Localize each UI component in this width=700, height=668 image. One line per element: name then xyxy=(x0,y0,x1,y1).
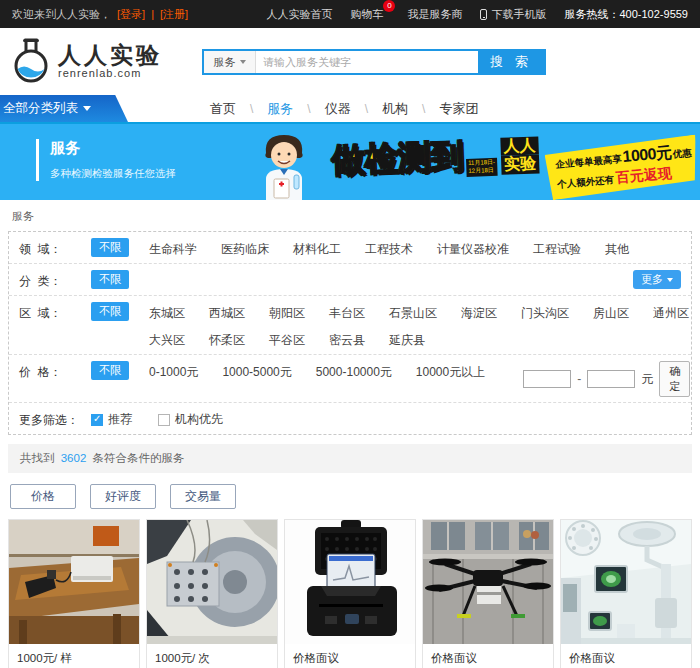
app-download-label: 下载手机版 xyxy=(491,7,546,22)
product-price: 价格面议 xyxy=(431,651,545,666)
nav-item-services[interactable]: 服务 xyxy=(253,100,307,118)
promo-dates: 11月18日- 12月18日 xyxy=(466,158,498,177)
promo-date-line2: 12月18日 xyxy=(468,167,495,176)
results-count: 3602 xyxy=(58,452,90,464)
filter-option-region[interactable]: 通州区 xyxy=(653,302,689,322)
product-image-emc-test-bench xyxy=(9,520,139,644)
product-price: 1000元/ 次 xyxy=(155,651,269,666)
product-price: 1000元/ 样 xyxy=(17,651,131,666)
filter-any-price[interactable]: 不限 xyxy=(91,361,129,380)
cart-badge: 0 xyxy=(383,0,395,12)
nav-links: 首页 \ 服务 \ 仪器 \ 机构 \ 专家团 xyxy=(196,95,492,122)
filter-any-category[interactable]: 不限 xyxy=(91,270,129,289)
seller-link[interactable]: 我是服务商 xyxy=(407,7,462,22)
cart-link[interactable]: 购物车 0 xyxy=(350,7,389,22)
recommend-checkbox-label: 推荐 xyxy=(108,411,132,428)
filter-option-region[interactable]: 丰台区 xyxy=(329,302,365,322)
filter-option-region[interactable]: 延庆县 xyxy=(389,329,425,349)
filter-option-field[interactable]: 计量仪器校准 xyxy=(437,238,509,258)
chevron-down-icon xyxy=(240,60,246,64)
product-card[interactable]: 1000元/ 次 振动-加速度复合环境试验 北京卫星环境工程研究所（机电产...… xyxy=(146,519,278,668)
filter-label-field: 领 域： xyxy=(19,238,91,258)
filter-option-region[interactable]: 西城区 xyxy=(209,302,245,322)
price-range-dash: - xyxy=(577,372,581,386)
filter-option-region[interactable]: 平谷区 xyxy=(269,329,305,349)
filter-option-region[interactable]: 大兴区 xyxy=(149,329,185,349)
nav-item-home[interactable]: 首页 xyxy=(196,100,250,118)
org-first-checkbox[interactable]: 机构优先 xyxy=(158,409,223,428)
app-download-link[interactable]: 下载手机版 xyxy=(480,7,546,22)
product-card[interactable]: 价格面议 无人机性能试验 中国电力科学研究院武汉分院 湖北省武汉市洪山区 xyxy=(422,519,554,668)
max-price-input[interactable] xyxy=(587,370,635,388)
more-button-label: 更多 xyxy=(641,272,663,287)
filter-option-field[interactable]: 医药临床 xyxy=(221,238,269,258)
filter-option-region[interactable]: 房山区 xyxy=(593,302,629,322)
search-input[interactable] xyxy=(256,51,478,73)
filter-label-price: 价 格： xyxy=(19,361,91,381)
filter-any-region[interactable]: 不限 xyxy=(91,302,129,321)
checkbox-checked-icon xyxy=(91,414,103,426)
ribbon-line2-prefix: 个人额外还有 xyxy=(557,174,615,192)
filter-option-price[interactable]: 1000-5000元 xyxy=(222,361,291,381)
more-categories-button[interactable]: 更多 xyxy=(633,270,681,289)
product-card[interactable]: 价格面议 便携式激光拉曼光谱仪 北京赛洛飞拓科技有限公司 北京市昌平区 xyxy=(284,519,416,668)
filter-option-region[interactable]: 东城区 xyxy=(149,302,185,322)
register-link[interactable]: [注册] xyxy=(160,7,188,22)
filter-label-more: 更多筛选： xyxy=(19,409,91,429)
price-unit-label: 元 xyxy=(641,371,653,388)
sort-button-volume[interactable]: 交易量 xyxy=(170,484,236,509)
search-category-select[interactable]: 服务 xyxy=(204,51,256,73)
home-link[interactable]: 人人实验首页 xyxy=(266,7,332,22)
promo-brand-top: 人人 xyxy=(500,136,539,156)
filter-option-price[interactable]: 10000元以上 xyxy=(416,361,485,381)
all-categories-tab[interactable]: 全部分类列表 xyxy=(0,95,128,122)
filter-option-field[interactable]: 材料化工 xyxy=(293,238,341,258)
filter-option-price[interactable]: 0-1000元 xyxy=(149,361,198,381)
promo-brand-block: 人人 实验 xyxy=(500,136,539,174)
nav-item-organizations[interactable]: 机构 xyxy=(368,100,422,118)
filter-option-field[interactable]: 工程试验 xyxy=(533,238,581,258)
product-card[interactable]: 1000元/ 样 汽车电子零部件道路车辆静电放电产生的电骚扰 中国计量科学研究院… xyxy=(8,519,140,668)
sort-button-price[interactable]: 价格 xyxy=(10,484,76,509)
product-card[interactable]: 价格面议 动物实验 北京迈迪思康生物技术有限公司 北京市大兴区 xyxy=(560,519,692,668)
filter-row-price: 价 格： 不限 0-1000元 1000-5000元 5000-10000元 1… xyxy=(9,355,691,403)
filter-any-field[interactable]: 不限 xyxy=(91,238,129,257)
filter-option-region[interactable]: 朝阳区 xyxy=(269,302,305,322)
all-categories-label: 全部分类列表 xyxy=(3,100,78,117)
product-image-drone xyxy=(423,520,553,644)
min-price-input[interactable] xyxy=(523,370,571,388)
login-link[interactable]: [登录] xyxy=(117,7,145,22)
phone-icon xyxy=(480,9,487,20)
nav-item-instruments[interactable]: 仪器 xyxy=(311,100,365,118)
filter-option-field[interactable]: 生命科学 xyxy=(149,238,197,258)
hotline: 服务热线：400-102-9559 xyxy=(564,7,688,22)
logo-domain: renrenlab.com xyxy=(58,67,162,79)
search-button[interactable]: 搜 索 xyxy=(478,51,544,73)
logo[interactable]: 人人实验 renrenlab.com xyxy=(10,38,162,84)
filter-option-field[interactable]: 其他 xyxy=(605,238,629,258)
cart-label: 购物车 xyxy=(350,7,383,22)
nav-item-experts[interactable]: 专家团 xyxy=(425,100,492,118)
filter-option-region[interactable]: 密云县 xyxy=(329,329,365,349)
price-confirm-button[interactable]: 确定 xyxy=(659,361,690,397)
promo-main-text: 做检测到 xyxy=(331,139,464,177)
filter-option-price[interactable]: 5000-10000元 xyxy=(316,361,392,381)
results-prefix: 共找到 xyxy=(20,452,55,464)
filter-option-region[interactable]: 海淀区 xyxy=(461,302,497,322)
product-price: 价格面议 xyxy=(293,651,407,666)
filter-row-more: 更多筛选： 推荐 机构优先 xyxy=(9,403,691,434)
promo-ribbon: 企业每单最高享 1000元 优惠 个人额外还有 百元返现 xyxy=(544,134,700,200)
ribbon-line2-highlight: 百元返现 xyxy=(613,165,672,188)
filter-option-region[interactable]: 怀柔区 xyxy=(209,329,245,349)
page: 欢迎来到人人实验， [登录] | [注册] 人人实验首页 购物车 0 我是服务商… xyxy=(0,0,700,668)
banner-caption: 服务 多种检测检验服务任您选择 xyxy=(36,139,176,181)
sort-button-rating[interactable]: 好评度 xyxy=(90,484,156,509)
filter-option-field[interactable]: 工程技术 xyxy=(365,238,413,258)
promo-banner[interactable]: 服务 多种检测检验服务任您选择 做检测到 11月18日- 12月18日 人人 实… xyxy=(0,122,700,200)
caret-down-icon xyxy=(83,106,91,111)
filter-option-region[interactable]: 门头沟区 xyxy=(521,302,569,322)
recommend-checkbox[interactable]: 推荐 xyxy=(91,409,132,428)
product-grid: 1000元/ 样 汽车电子零部件道路车辆静电放电产生的电骚扰 中国计量科学研究院… xyxy=(8,519,692,668)
filter-option-region[interactable]: 石景山区 xyxy=(389,302,437,322)
org-first-checkbox-label: 机构优先 xyxy=(175,411,223,428)
